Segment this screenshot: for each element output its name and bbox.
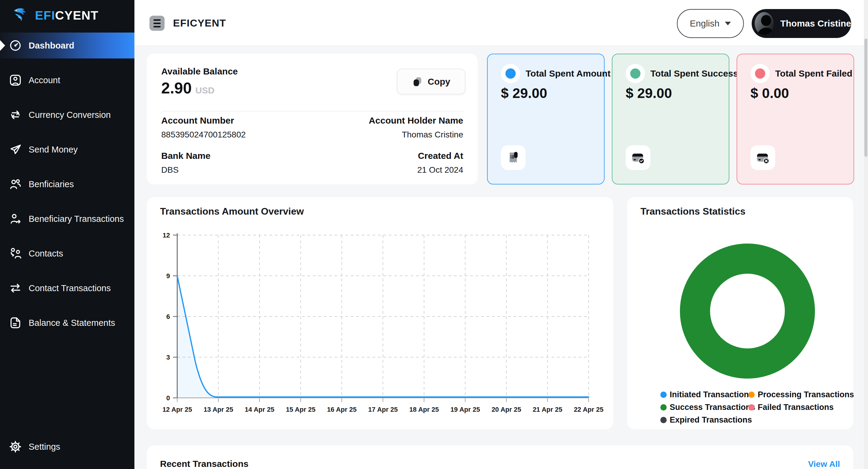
chart-axes [173,233,589,402]
stat-amount: $ 29.00 [626,85,672,101]
recent-transactions-title: Recent Transactions [160,459,248,469]
sidebar-item-benficiaries[interactable]: Benficiaries [0,171,134,197]
user-name: Thomas Cristine [780,19,851,29]
total-spent-failed-card: Total Spent Failed $ 0.00 [737,54,854,184]
sidebar-item-label: Balance & Statements [29,318,115,328]
sidebar-item-settings[interactable]: Settings [0,434,134,460]
x-tick-label: 15 Apr 25 [286,406,315,413]
y-tick-label: 3 [166,353,170,361]
sidebar-item-beneficiary-transactions[interactable]: Beneficiary Transactions [0,206,134,232]
donut-segments [695,259,800,364]
sidebar-item-label: Beneficiary Transactions [29,214,124,224]
legend-item: Processing Transactions [748,390,854,399]
legend-dot-icon [660,392,667,398]
transfer-arrows-icon [8,281,23,295]
stat-amount: $ 0.00 [750,85,789,101]
gear-icon [8,439,23,454]
card-x-icon [750,145,775,170]
total-spent-success-card: Total Spent Success $ 29.00 [612,54,730,184]
active-arrow-icon [0,40,5,51]
sidebar-item-account[interactable]: Account [0,67,134,93]
brand-name: EFICYENT [35,8,98,23]
legend-dot-icon [748,404,755,410]
sidebar-item-balance-statements[interactable]: Balance & Statements [0,310,134,336]
legend-dot-icon [748,392,755,398]
sidebar-nav: Dashboard Account Currency Conversion [0,33,134,345]
app-root: EFICYENT Dashboard Account [0,0,868,469]
stat-label: Total Spent Failed [775,64,852,83]
copy-icon [412,76,423,87]
legend-dot-icon [660,417,667,423]
copy-button[interactable]: Copy [397,69,465,94]
currency-cycle-icon [8,107,23,122]
legend-item: Success Transactions [660,403,748,412]
main-content: EFICYENT English Thomas Cristine Availab… [134,0,868,469]
brand-logo: EFICYENT [12,7,98,24]
field-label: Account Number [161,116,312,126]
transactions-amount-overview-card: Transactions Amount Overview 03691212 Ap… [147,197,613,429]
receipt-icon [501,145,526,170]
legend-label: Expired Transactions [670,415,752,425]
paper-plane-icon [8,142,23,157]
gauge-icon [8,38,23,53]
top-header: EFICYENT English Thomas Cristine [134,0,868,46]
sidebar: EFICYENT Dashboard Account [0,0,134,469]
page-title: EFICYENT [173,0,226,46]
sidebar-item-contact-transactions[interactable]: Contact Transactions [0,275,134,301]
x-tick-label: 20 Apr 25 [492,406,521,413]
y-tick-label: 12 [163,231,170,239]
avatar [755,12,774,35]
id-card-icon [8,73,23,87]
field-value: 885395024700125802 [161,130,312,139]
sidebar-item-currency-conversion[interactable]: Currency Conversion [0,102,134,128]
copy-button-label: Copy [428,76,450,87]
language-selector[interactable]: English [677,9,744,38]
eagle-logo-icon [12,7,31,24]
balance-currency: USD [195,85,214,96]
user-menu-button[interactable]: Thomas Cristine [752,9,851,38]
legend-item: Failed Transactions [748,403,854,412]
legend-label: Initiated Transactions [670,390,753,399]
divider [161,111,463,112]
sidebar-item-send-money[interactable]: Send Money [0,136,134,162]
x-tick-label: 18 Apr 25 [409,406,439,413]
sidebar-item-label: Send Money [29,145,78,155]
y-tick-label: 6 [166,313,170,320]
y-tick-label: 0 [166,394,170,402]
sidebar-item-contacts[interactable]: Contacts [0,241,134,267]
field-label: Created At [313,151,463,161]
green-dot-icon [630,68,641,79]
chart-gridlines [177,235,589,398]
transactions-amount-chart: 03691212 Apr 2513 Apr 2514 Apr 2515 Apr … [147,197,613,429]
balance-amount-row: 2.90 USD [161,79,215,97]
recent-transactions-card: Recent Transactions View All [147,445,853,469]
legend-label: Failed Transactions [758,403,834,412]
hamburger-icon [153,19,161,21]
sidebar-item-dashboard[interactable]: Dashboard [0,33,134,59]
x-tick-label: 17 Apr 25 [368,406,398,413]
x-tick-label: 14 Apr 25 [245,406,274,413]
blue-dot-icon [505,68,516,79]
x-tick-label: 13 Apr 25 [204,406,233,413]
x-tick-label: 21 Apr 25 [532,406,562,413]
sidebar-item-label: Contact Transactions [29,283,111,293]
field-value: 21 Oct 2024 [313,165,463,175]
chevron-down-icon [725,22,731,25]
created-at-field: Created At 21 Oct 2024 [313,151,463,175]
legend-item: Initiated Transactions [660,390,748,399]
x-tick-label: 16 Apr 25 [327,406,356,413]
sidebar-item-label: Dashboard [29,41,74,51]
stat-amount: $ 29.00 [501,85,547,101]
x-tick-label: 12 Apr 25 [162,406,192,413]
account-holder-field: Account Holder Name Thomas Cristine [313,116,463,139]
view-all-link[interactable]: View All [808,459,840,469]
scrollbar-track[interactable] [864,0,868,469]
legend-label: Processing Transactions [758,390,854,399]
sidebar-item-label: Contacts [29,249,63,259]
hamburger-menu-button[interactable] [150,16,164,31]
area-fill [177,276,589,398]
bank-name-field: Bank Name DBS [161,151,312,175]
red-dot-icon [755,68,765,79]
scrollbar-thumb[interactable] [864,39,867,157]
legend-label: Success Transactions [670,403,755,412]
